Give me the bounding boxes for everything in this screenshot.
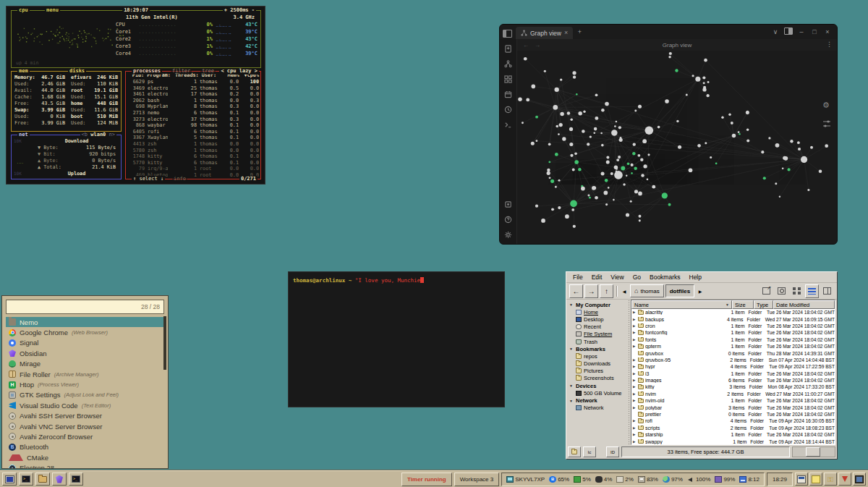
table-row[interactable]: ▶kitty3 itemsFolderMon 08 Apr 2024 17:33… <box>631 384 835 390</box>
settings-icon[interactable] <box>504 230 513 239</box>
up-button[interactable]: ↑ <box>600 284 613 298</box>
sidebar-toggle-icon[interactable] <box>782 27 795 36</box>
menu-bookmarks[interactable]: Bookmarks <box>646 274 684 281</box>
tray-pc-network[interactable]: SKYVL7XP <box>506 476 545 483</box>
launcher-item[interactable]: Avahi SSH Server Browser <box>6 411 164 421</box>
launcher-item[interactable]: Avahi Zeroconf Browser <box>6 431 164 441</box>
sidebar-item-repos[interactable]: repos <box>569 352 627 360</box>
terminal-icon[interactable] <box>504 120 513 129</box>
table-row[interactable]: gruvbox0 itemsFolderThu 28 Mar 2024 14:3… <box>631 350 835 356</box>
path-scroll-right-icon[interactable]: ▶ <box>696 284 705 298</box>
tray-battery-green[interactable]: 5% <box>574 476 591 483</box>
tray-battery-light[interactable]: 2% <box>616 476 634 483</box>
new-tab-button[interactable]: + <box>573 28 586 35</box>
kitty-terminal-window[interactable]: thomas@archlinux ~ "I love you, Munchie <box>288 271 505 407</box>
cpu-core-row[interactable]: Core3⠄⠄⠄⠄⠄⠄⠄⠄⠄⠄⠄⠄1%⣀⣄⣀⡀⣀42°C <box>116 43 258 50</box>
tray-printer[interactable]: 83% <box>638 476 658 483</box>
sidebar-item-downloads[interactable]: Downloads <box>569 360 627 368</box>
process-row[interactable]: 6629ps1thomas0.0100 <box>126 79 260 85</box>
new-note-icon[interactable] <box>504 44 513 53</box>
process-row[interactable]: 5780zsh1thomas0.00.0 <box>126 148 260 154</box>
taskbar-clock[interactable]: 18:29 <box>767 473 793 486</box>
timer-running-button[interactable]: Timer running <box>401 473 452 486</box>
table-row[interactable]: ▶gpterm1 itemFolderTue 26 Mar 2024 18:04… <box>631 343 835 350</box>
table-row[interactable]: ▶starship1 itemFolderTue 26 Mar 2024 18:… <box>631 431 835 438</box>
table-row[interactable]: ▶nvim2 itemsFolderWed 27 Mar 2024 11:00:… <box>631 391 835 397</box>
column-header-date-modified[interactable]: Date Modified <box>773 300 835 309</box>
menu-go[interactable]: Go <box>629 274 644 281</box>
cpu-core-row[interactable]: CPU⠄⠄⠄⠄⠄⠄⠄⠄⠄⠄⠄⠄0%⣀⣄⣀⡀⣀43°C <box>116 21 258 28</box>
launcher-item[interactable]: Htop(Process Viewer) <box>6 379 164 389</box>
info-hint[interactable]: info <box>172 176 187 182</box>
launcher-item[interactable]: Signal <box>6 338 164 348</box>
tray-chip[interactable]: 99% <box>715 476 735 483</box>
sidebar-item-file-system[interactable]: File System <box>569 331 627 338</box>
table-row[interactable]: prettier0 itemsFolderTue 26 Mar 2024 18:… <box>631 411 835 418</box>
history-icon[interactable] <box>504 105 513 114</box>
minimize-button[interactable]: – <box>795 28 808 35</box>
table-row[interactable]: ▶rofi4 itemsFolderTue 09 Apr 2024 16:30:… <box>631 418 835 424</box>
launcher-item[interactable]: File Roller(Archive Manager) <box>6 369 164 379</box>
back-button[interactable]: ← <box>569 284 583 298</box>
tray-globe[interactable]: 97% <box>663 476 683 483</box>
find-files-icon[interactable] <box>775 284 788 298</box>
graph-settings-gear-icon[interactable]: ⚙ <box>822 101 831 110</box>
sidebar-item-500-gb-volume[interactable]: 500 GB Volume <box>569 389 627 397</box>
sidebar-item-screenshots[interactable]: Screenshots <box>569 375 627 382</box>
table-row[interactable]: ▶i31 itemFolderTue 26 Mar 2024 18:04:02 … <box>631 370 835 377</box>
launcher-item[interactable]: Bluetooth <box>6 442 164 452</box>
cpu-core-row[interactable]: Core4⠄⠄⠄⠄⠄⠄⠄⠄⠄⠄⠄⠄0%⣀⣄⣀⡀⣀39°C <box>116 50 258 57</box>
tray-bluetooth[interactable]: 65% <box>549 476 569 483</box>
sidebar-item-network[interactable]: Network <box>569 405 627 412</box>
launcher-item[interactable]: Electron 28 <box>6 462 164 469</box>
side-pane-tree-button[interactable]: lc <box>583 446 596 457</box>
launcher-computer-button[interactable] <box>2 473 17 486</box>
process-row[interactable]: 868waybar98thomas0.10.0 <box>126 122 260 129</box>
horizontal-scrollbar[interactable] <box>792 446 835 457</box>
table-row[interactable]: ▶swappy1 itemFolderTue 09 Apr 2024 18:14… <box>631 438 835 444</box>
close-button[interactable]: × <box>821 28 834 35</box>
sidebar-item-pictures[interactable]: Pictures <box>569 368 627 375</box>
launcher-item[interactable]: Nemo <box>6 317 164 327</box>
process-row[interactable]: 4413zsh1thomas0.00.0 <box>126 141 260 148</box>
sidebar-item-trash[interactable]: Trash <box>569 338 627 345</box>
menu-edit[interactable]: Edit <box>588 274 606 281</box>
dual-pane-icon[interactable] <box>820 284 834 298</box>
launcher-terminal-button[interactable] <box>19 473 33 486</box>
tree-toggle[interactable]: tree <box>200 68 216 75</box>
table-row[interactable]: ▶cron1 itemFolderTue 26 Mar 2024 18:04:0… <box>631 323 835 329</box>
open-new-window-icon[interactable] <box>760 284 773 298</box>
table-row[interactable]: ▶hypr4 itemsFolderTue 09 Apr 2024 17:22:… <box>631 363 835 370</box>
net-box-label[interactable]: net <box>17 132 30 138</box>
graph-filter-sliders-icon[interactable] <box>822 119 831 128</box>
sidebar-item-recent[interactable]: Recent <box>569 323 627 331</box>
tab-close-icon[interactable]: × <box>564 30 568 36</box>
tray-button-download-arrow[interactable] <box>838 473 851 486</box>
vault-switcher-icon[interactable] <box>504 200 513 208</box>
sidebar-section-my-computer[interactable]: ▼My Computer <box>569 301 627 308</box>
graph-icon[interactable] <box>504 59 513 68</box>
net-interface[interactable]: <b wlan0 n> <box>80 132 116 138</box>
workspace-indicator[interactable]: Workspace 3 <box>454 473 500 486</box>
process-row[interactable]: 6405rofi6thomas0.10.0 <box>126 129 260 135</box>
table-row[interactable]: ▶alacritty1 itemFolderTue 26 Mar 2024 18… <box>631 309 835 316</box>
cpu-core-row[interactable]: Core2⠄⠄⠄⠄⠄⠄⠄⠄⠄⠄⠄⠄1%⣀⣄⣀⡀⣀43°C <box>116 35 258 43</box>
filter-button[interactable]: filter <box>171 68 192 75</box>
path-scroll-left-icon[interactable]: ◀ <box>620 284 629 298</box>
launcher-file-manager-button[interactable] <box>35 473 50 486</box>
forward-icon[interactable]: → <box>535 42 540 48</box>
table-row[interactable]: ▶images6 itemsFolderTue 26 Mar 2024 18:0… <box>631 377 835 384</box>
tray-net-blue[interactable]: 8:12 <box>739 476 760 483</box>
launcher-obsidian-button[interactable] <box>52 473 67 486</box>
table-row[interactable]: ▶polybar3 itemsFolderTue 26 Mar 2024 18:… <box>631 404 835 410</box>
icon-view-icon[interactable] <box>790 284 804 298</box>
launcher-item[interactable]: Mirage <box>6 359 164 369</box>
table-row[interactable]: ▶fonts1 itemFolderTue 26 Mar 2024 18:04:… <box>631 336 835 343</box>
launcher-item[interactable]: GTK Settings(Adjust Look and Feel) <box>6 390 164 400</box>
scrollbar[interactable] <box>163 316 166 370</box>
refresh-interval[interactable]: + 2500ms - <box>223 7 256 14</box>
maximize-button[interactable]: □ <box>808 28 821 35</box>
show-hidden-button[interactable]: ID <box>606 446 619 457</box>
launcher-item[interactable]: CMake <box>6 452 164 462</box>
forward-button[interactable]: → <box>584 284 598 298</box>
